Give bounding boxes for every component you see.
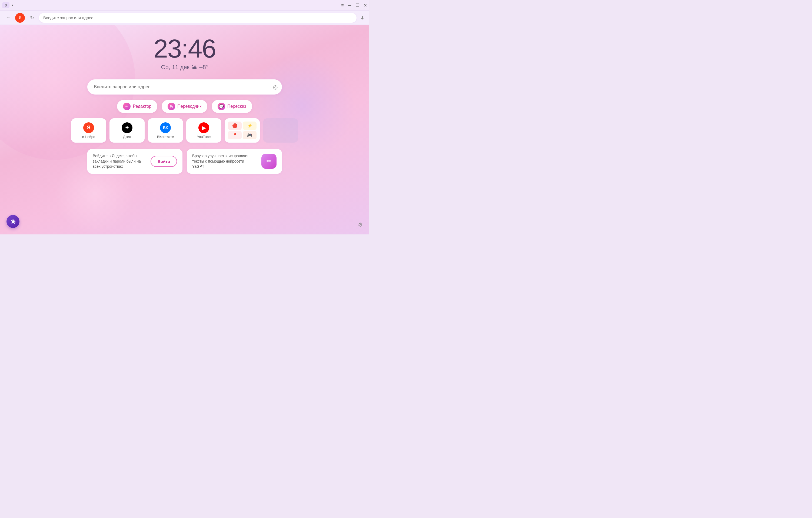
titlebar: 0 ▾ ≡ ─ ☐ ✕ (0, 0, 369, 11)
window-controls: ≡ ─ ☐ ✕ (341, 3, 367, 8)
refresh-button[interactable]: ↻ (27, 13, 37, 23)
editor-label: Редактор (133, 104, 151, 109)
search-camera-button[interactable]: ◎ (273, 84, 278, 90)
tab-count-btn[interactable]: 0 (2, 2, 9, 8)
search-section: ◎ (87, 80, 282, 94)
ai-editor-button[interactable]: ✏ (261, 154, 277, 169)
translator-icon: あ (168, 103, 175, 110)
login-banner-text: Войдите в Яндекс, чтобы закладки и парол… (93, 153, 146, 169)
alice-icon: ◉ (10, 218, 16, 225)
clock-section: 23:46 Ср, 11 дек 🌥 –8° (153, 36, 216, 71)
maximize-icon[interactable]: ☐ (355, 3, 359, 8)
tab-dropdown-btn[interactable]: ▾ (10, 2, 14, 8)
camera-icon: ◎ (273, 84, 278, 90)
retelling-button[interactable]: 💬 Пересказ (212, 100, 252, 113)
editor-icon: ✏ (123, 103, 130, 110)
login-banner: Войдите в Яндекс, чтобы закладки и парол… (87, 149, 182, 174)
vkontakte-icon: ВК (160, 122, 171, 133)
shortcut-blank[interactable] (263, 118, 298, 143)
ai-banner-text: Браузер улучшает и исправляет тексты с п… (192, 153, 257, 169)
quick-actions: ✏ Редактор あ Переводчик 💬 Пересказ (117, 100, 252, 113)
yandex-logo-button[interactable]: Я (15, 13, 25, 23)
navbar: ← Я ↻ ⬇ (0, 11, 369, 25)
alice-button[interactable]: ◉ (6, 215, 20, 228)
neiro-label: с Нейро (82, 135, 95, 139)
bg-decoration-2 (248, 52, 356, 160)
translator-label: Переводчик (177, 104, 201, 109)
shortcut-neiro[interactable]: Я с Нейро (71, 118, 106, 143)
date-text: Ср, 11 дек (161, 64, 190, 71)
download-icon: ⬇ (360, 15, 365, 21)
download-button[interactable]: ⬇ (359, 13, 366, 23)
shortcut-youtube[interactable]: ▶ YouTube (186, 118, 222, 143)
shortcut-multi[interactable]: 🔴 ⚡ 📍 🎮 (225, 118, 260, 143)
address-bar-input[interactable] (39, 13, 356, 23)
settings-icon: ⚙ (358, 222, 363, 228)
ai-banner: Браузер улучшает и исправляет тексты с п… (187, 149, 282, 174)
translator-button[interactable]: あ Переводчик (162, 100, 207, 113)
youtube-label: YouTube (197, 135, 210, 139)
editor-button[interactable]: ✏ Редактор (117, 100, 157, 113)
clock-date: Ср, 11 дек 🌥 –8° (153, 64, 216, 71)
login-button[interactable]: Войти (150, 156, 177, 167)
ai-editor-icon: ✏ (266, 158, 271, 165)
main-search-input[interactable] (87, 80, 282, 94)
vkontakte-label: ВКонтакте (157, 135, 174, 139)
dzen-icon: ✦ (122, 122, 133, 133)
retelling-icon: 💬 (218, 103, 225, 110)
menu-icon[interactable]: ≡ (341, 3, 344, 8)
clock-time: 23:46 (153, 36, 216, 62)
temperature-text: –8° (199, 64, 208, 71)
close-icon[interactable]: ✕ (364, 3, 367, 8)
back-button[interactable]: ← (3, 13, 13, 23)
shortcuts-section: Я с Нейро ✦ Дзен ВК ВКонтакте ▶ YouTube … (71, 118, 298, 143)
multi-icon-3: 📍 (228, 131, 242, 139)
refresh-icon: ↻ (30, 15, 34, 21)
multi-icon-2: ⚡ (243, 122, 257, 130)
dzen-label: Дзен (123, 135, 131, 139)
weather-icon: 🌥 (192, 64, 197, 70)
bottom-banners: Войдите в Яндекс, чтобы закладки и парол… (87, 149, 282, 174)
main-content: 23:46 Ср, 11 дек 🌥 –8° ◎ ✏ Редактор あ Пе… (0, 25, 369, 235)
shortcut-dzen[interactable]: ✦ Дзен (110, 118, 145, 143)
multi-icon-4: 🎮 (243, 131, 257, 139)
neiro-icon: Я (83, 122, 94, 133)
shortcut-vkontakte[interactable]: ВК ВКонтакте (148, 118, 183, 143)
youtube-icon: ▶ (198, 122, 209, 133)
settings-button[interactable]: ⚙ (358, 221, 363, 228)
titlebar-left: 0 ▾ (2, 2, 14, 8)
minimize-icon[interactable]: ─ (348, 3, 351, 8)
multi-icon-1: 🔴 (228, 122, 242, 130)
back-icon: ← (6, 15, 10, 21)
retelling-label: Пересказ (227, 104, 246, 109)
